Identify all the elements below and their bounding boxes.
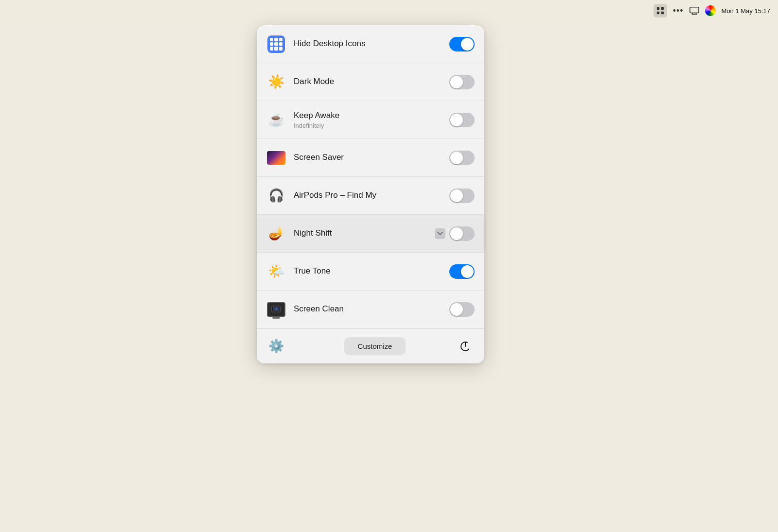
true-tone-toggle[interactable] <box>449 264 475 279</box>
dark-mode-toggle[interactable] <box>449 75 475 89</box>
rainbow-icon[interactable] <box>705 5 716 16</box>
power-button[interactable] <box>456 337 475 356</box>
screen-clean-row[interactable]: Screen Clean <box>257 291 484 328</box>
night-shift-row[interactable]: 🪔 Night Shift <box>257 215 484 253</box>
screen-clean-text: Screen Clean <box>294 304 449 314</box>
truetone-icon: 🌤️ <box>266 262 286 281</box>
screensaver-icon <box>266 148 286 168</box>
display-icon[interactable] <box>690 7 699 15</box>
screen-saver-label: Screen Saver <box>294 152 449 163</box>
dots-icon[interactable]: ••• <box>673 6 684 16</box>
true-tone-row[interactable]: 🌤️ True Tone <box>257 253 484 291</box>
popup-panel: Hide Desktop Icons ☀️ Dark Mode ☕ Keep A… <box>257 25 484 363</box>
menubar-time: Mon 1 May 15:17 <box>722 7 770 15</box>
svg-rect-0 <box>656 7 659 10</box>
hide-desktop-icons-text: Hide Desktop Icons <box>294 38 449 49</box>
svg-rect-1 <box>661 7 663 10</box>
screen-clean-toggle[interactable] <box>449 302 475 317</box>
keep-awake-text: Keep Awake Indefinitely <box>294 110 449 129</box>
svg-rect-2 <box>656 12 659 14</box>
dark-mode-label: Dark Mode <box>294 76 449 87</box>
grid-icon <box>266 34 286 54</box>
airpods-row[interactable]: 🎧 AirPods Pro – Find My <box>257 177 484 215</box>
screenclean-icon <box>266 300 286 319</box>
true-tone-text: True Tone <box>294 266 449 276</box>
airpods-toggle[interactable] <box>449 189 475 203</box>
mug-icon: ☕ <box>266 110 286 130</box>
screen-saver-row[interactable]: Screen Saver <box>257 139 484 177</box>
screen-clean-label: Screen Clean <box>294 304 449 314</box>
screen-saver-toggle[interactable] <box>449 151 475 165</box>
dark-mode-text: Dark Mode <box>294 76 449 87</box>
airpods-label: AirPods Pro – Find My <box>294 190 449 201</box>
keep-awake-toggle[interactable] <box>449 113 475 127</box>
true-tone-label: True Tone <box>294 266 449 276</box>
keep-awake-row[interactable]: ☕ Keep Awake Indefinitely <box>257 101 484 139</box>
screen-saver-text: Screen Saver <box>294 152 449 163</box>
night-shift-label: Night Shift <box>294 228 435 239</box>
airpods-icon: 🎧 <box>266 186 286 206</box>
lamp-icon: 🪔 <box>266 224 286 243</box>
app-switcher-icon[interactable] <box>654 4 667 17</box>
night-shift-text: Night Shift <box>294 228 435 239</box>
hide-desktop-icons-label: Hide Desktop Icons <box>294 38 449 49</box>
night-shift-controls <box>435 226 475 241</box>
keep-awake-label: Keep Awake <box>294 110 449 121</box>
gear-icon[interactable]: ⚙️ <box>266 337 286 356</box>
svg-rect-4 <box>690 7 698 13</box>
night-shift-toggle[interactable] <box>449 226 475 241</box>
keep-awake-sublabel: Indefinitely <box>294 122 449 129</box>
menubar: ••• Mon 1 May 15:17 <box>0 0 778 21</box>
svg-point-10 <box>276 308 277 309</box>
footer-row: ⚙️ Customize <box>257 328 484 363</box>
dark-mode-row[interactable]: ☀️ Dark Mode <box>257 63 484 101</box>
customize-button[interactable]: Customize <box>344 337 406 355</box>
hide-desktop-icons-row[interactable]: Hide Desktop Icons <box>257 25 484 63</box>
hide-desktop-icons-toggle[interactable] <box>449 37 475 51</box>
night-shift-dropdown[interactable] <box>435 228 445 239</box>
airpods-text: AirPods Pro – Find My <box>294 190 449 201</box>
svg-rect-3 <box>661 12 663 14</box>
sun-icon: ☀️ <box>266 72 286 92</box>
